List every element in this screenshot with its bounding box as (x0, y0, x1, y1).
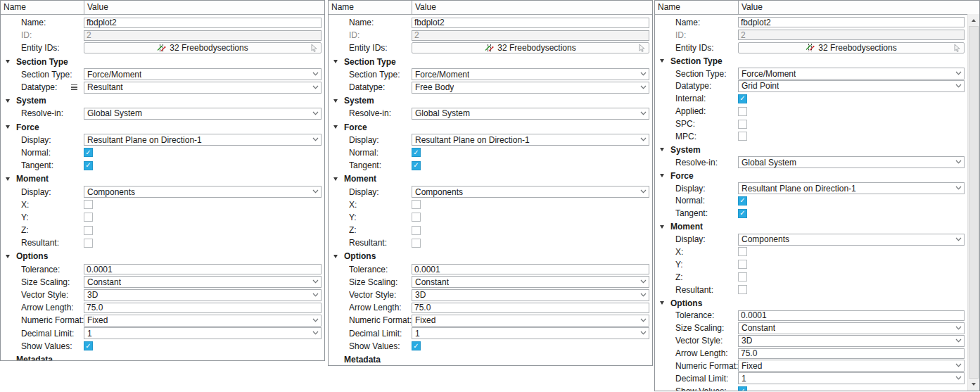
collapse-arrow-icon[interactable] (660, 225, 664, 229)
collapse-arrow-icon[interactable] (660, 59, 664, 63)
dropdown[interactable]: 1 (412, 327, 649, 339)
collapse-arrow-icon[interactable] (333, 60, 338, 63)
property-label: Display: (349, 135, 412, 145)
property-row: X: (329, 198, 652, 211)
dropdown[interactable]: Components (84, 186, 322, 198)
checkbox[interactable] (84, 226, 93, 235)
collapse-arrow-icon[interactable] (333, 125, 338, 129)
checkbox[interactable]: ✓ (84, 161, 93, 170)
dropdown[interactable]: Grid Point (738, 80, 965, 92)
menu-icon[interactable] (71, 84, 77, 91)
field-area (738, 310, 965, 321)
dropdown[interactable]: 3D (738, 335, 965, 347)
dropdown[interactable]: Global System (738, 156, 965, 168)
dropdown[interactable]: Constant (84, 276, 322, 288)
text-input[interactable] (84, 303, 322, 313)
dropdown[interactable]: Force/Moment (738, 68, 965, 80)
chevron-down-icon (312, 318, 319, 322)
checkbox[interactable] (84, 239, 93, 248)
vertical-scrollbar[interactable] (967, 14, 979, 391)
checkbox[interactable] (738, 120, 747, 129)
dropdown[interactable]: 3D (412, 289, 649, 301)
dropdown[interactable]: Resultant (84, 82, 322, 94)
checkbox[interactable] (738, 107, 747, 116)
checkbox[interactable]: ✓ (84, 341, 93, 350)
checkbox[interactable] (412, 239, 421, 248)
checkbox[interactable]: ✓ (412, 161, 421, 170)
dropdown[interactable]: Resultant Plane on Direction-1 (84, 134, 322, 146)
property-row: Resolve-in:Global System (655, 156, 967, 169)
entity-ids-button[interactable]: 32 Freebodysections (738, 42, 965, 53)
collapse-arrow-icon[interactable] (6, 125, 10, 129)
dropdown[interactable]: Global System (412, 108, 649, 120)
field-area (84, 30, 322, 41)
property-label: Y: (675, 260, 738, 270)
dropdown[interactable]: Free Body (412, 82, 649, 94)
dropdown[interactable]: Fixed (738, 360, 965, 372)
dropdown[interactable]: 3D (84, 289, 322, 301)
collapse-arrow-icon[interactable] (660, 148, 664, 151)
checkbox[interactable] (738, 285, 747, 294)
dropdown[interactable]: Fixed (84, 315, 322, 327)
scrollbar-thumb[interactable] (969, 26, 979, 379)
checkbox[interactable]: ✓ (84, 148, 93, 157)
field-area: Constant (412, 276, 649, 288)
scroll-up-icon[interactable] (968, 15, 979, 26)
checkbox[interactable] (738, 132, 747, 141)
checkbox[interactable]: ✓ (412, 341, 421, 350)
dropdown[interactable]: Resultant Plane on Direction-1 (412, 134, 649, 146)
collapse-arrow-icon[interactable] (333, 255, 338, 258)
text-input[interactable] (738, 348, 965, 359)
property-label: Datatype: (675, 81, 738, 91)
checkbox[interactable] (412, 200, 421, 209)
collapse-arrow-icon[interactable] (333, 99, 338, 103)
text-input[interactable] (412, 18, 649, 28)
collapse-arrow-icon[interactable] (660, 174, 664, 177)
dropdown[interactable]: Constant (412, 276, 649, 288)
checkbox[interactable]: ✓ (738, 94, 747, 103)
collapse-arrow-icon[interactable] (6, 177, 10, 181)
checkbox[interactable]: ✓ (738, 196, 747, 206)
collapse-arrow-icon[interactable] (6, 99, 10, 103)
scroll-down-icon[interactable] (968, 379, 979, 390)
collapse-arrow-icon[interactable] (333, 177, 338, 181)
dropdown[interactable]: Constant (738, 322, 965, 334)
checkbox[interactable] (738, 260, 747, 269)
entity-ids-button[interactable]: 32 Freebodysections (412, 42, 649, 53)
collapse-arrow-icon[interactable] (660, 301, 664, 305)
checkbox[interactable] (738, 247, 747, 256)
text-input[interactable] (84, 264, 322, 274)
checkbox[interactable]: ✓ (738, 209, 747, 218)
checkbox[interactable]: ✓ (412, 148, 421, 157)
checkbox[interactable] (84, 200, 93, 209)
dropdown[interactable]: Fixed (412, 315, 649, 327)
group-label: Moment (670, 222, 703, 232)
dropdown[interactable]: Components (738, 234, 965, 246)
field-area (738, 132, 965, 141)
text-input[interactable] (412, 264, 649, 274)
checkbox[interactable] (84, 213, 93, 222)
text-input[interactable] (412, 303, 649, 313)
collapse-arrow-icon[interactable] (6, 60, 10, 63)
dropdown[interactable]: Force/Moment (84, 68, 322, 80)
dropdown[interactable]: Components (412, 186, 649, 198)
dropdown[interactable]: Force/Moment (412, 68, 649, 80)
checkbox[interactable] (412, 213, 421, 222)
checkbox[interactable] (738, 272, 747, 282)
checkbox[interactable]: ✓ (738, 386, 747, 391)
text-input[interactable] (738, 17, 965, 27)
property-label: Display: (349, 187, 412, 197)
text-input[interactable] (738, 310, 965, 321)
field-area: Fixed (412, 315, 649, 327)
property-label: Vector Style: (349, 290, 412, 300)
property-label: Normal: (349, 148, 412, 158)
text-input[interactable] (84, 18, 322, 28)
collapse-arrow-icon[interactable] (6, 255, 10, 258)
dropdown[interactable]: Resultant Plane on Direction-1 (738, 182, 965, 194)
property-label: Decimal Limit: (349, 329, 412, 339)
entity-ids-button[interactable]: 32 Freebodysections (84, 42, 322, 53)
dropdown[interactable]: 1 (738, 372, 965, 384)
dropdown[interactable]: Global System (84, 108, 322, 120)
dropdown[interactable]: 1 (84, 327, 322, 339)
checkbox[interactable] (412, 226, 421, 235)
